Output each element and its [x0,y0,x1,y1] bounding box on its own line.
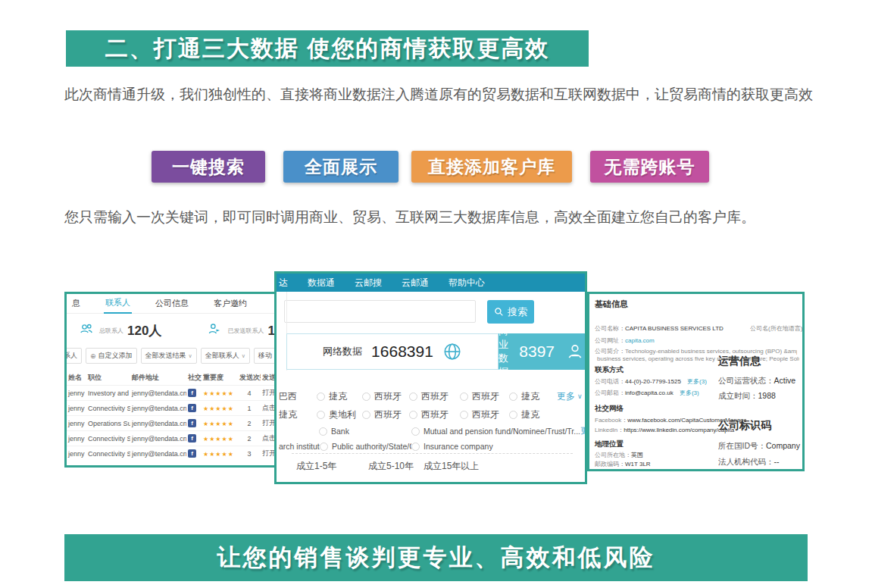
country-id-field: 所在国ID号：Company nu [718,441,802,452]
years-option[interactable]: 成立5-10年 [368,460,423,473]
country-option[interactable]: 捷克 [509,390,557,403]
radio-circle[interactable] [411,427,420,436]
basic-info-heading: 基础信息 [595,299,628,310]
table-row[interactable]: jennyInvestory and ME... jenny@tendata.c… [67,386,280,401]
web-data-counter: 网络数据 1668391 [286,333,499,370]
table-row[interactable]: jennyOperations Super... jenny@tendata.c… [67,416,280,431]
company-type-filter-row-2: arch institute Public authority/State/Go… [279,439,583,454]
country-option[interactable]: 捷克 [279,408,317,421]
tab-contacts[interactable]: 联系人 [104,297,132,314]
country-option[interactable]: 西班牙 [409,390,460,403]
contacts-panel: 息 联系人 公司信息 客户邀约 总联系人 120人 [64,292,282,468]
country-option[interactable]: 捷克 [317,390,362,403]
lei-field: 法人机构代码：-- [718,457,802,468]
country-option[interactable]: 西班牙 [362,390,409,403]
radio-circle[interactable] [411,443,420,451]
founded-years-row: 成立1-5年 成立5-10年 成立15年以上 [279,458,479,474]
radio-circle[interactable] [317,411,325,419]
more-company-types-link[interactable]: 更多∨ [580,426,587,436]
radio-circle[interactable] [317,393,325,401]
contact-filter-dropdown[interactable]: 全部联系人 ∨ [201,348,250,364]
section-title-banner: 二、打通三大数据 使您的商情获取更高效 [66,30,589,67]
business-data-counter: 商业数据 8397 [499,333,585,370]
company-type-option[interactable]: Bank [319,427,411,436]
years-option[interactable]: 成立15年以上 [423,460,479,473]
custom-add-button[interactable]: ⊕ 自定义添加 [86,348,137,364]
table-row[interactable]: jennyConnectivity Sale... jenny@tendata.… [67,431,280,446]
phone-more-link[interactable]: 更多(3) [687,378,707,385]
col-social: 社交 [186,371,202,386]
feature-badge-no-cross-account: 无需跨账号 [590,151,709,183]
operation-status-field: 公司运营状态：Active [718,376,802,386]
country-option[interactable]: 奥地利 [317,408,362,421]
feature-badge-one-key-search: 一键搜索 [152,151,265,183]
operations-heading: 运营信息 [718,355,761,368]
more-countries-link[interactable]: 更多∨ [557,390,587,403]
intro-paragraph: 此次商情通升级，我们独创性的、直接将商业数据注入腾道原有的贸易数据和互联网数据中… [64,80,818,108]
phone-field: 公司电话：44-(0)-20-7799-1525 更多(3) [595,377,707,386]
table-row[interactable]: jennyConnectivity Sale... jenny@tendata.… [67,401,280,416]
company-type-option[interactable]: Mutual and pension fund/Nominee/Trust/Tr… [411,427,580,436]
nav-item-help-center[interactable]: 帮助中心 [449,277,485,289]
radio-circle[interactable] [460,393,468,401]
country-option[interactable]: 西班牙 [460,408,509,421]
facebook-icon: f [188,449,196,458]
company-type-option[interactable]: Public authority/State/Govern... [320,442,411,451]
radio-circle[interactable] [319,427,327,436]
nav-item-cloud-mail[interactable]: 云邮通 [402,277,429,289]
radio-circle[interactable] [409,411,417,419]
table-row[interactable]: jennyConnectivity Sale... jenny@tendata.… [67,446,280,461]
country-option[interactable]: 巴西 [279,390,317,403]
search-panel: 达 数据通 云邮搜 云邮通 帮助中心 搜索 网络数据 1668391 [274,271,587,484]
country-option[interactable]: 西班牙 [409,408,460,421]
website-link[interactable]: capita.com [625,337,655,344]
radio-circle[interactable] [409,393,417,401]
promo-page: 二、打通三大数据 使您的商情获取更高效 此次商情通升级，我们独创性的、直接将商业… [0,0,872,588]
businessman-icon [565,342,585,361]
send-result-filter-dropdown[interactable]: 全部发送结果 ∨ [141,348,197,364]
years-option[interactable]: 成立1-5年 [296,460,368,473]
data-counters-row: 网络数据 1668391 商业数据 8397 [286,333,585,370]
country-option[interactable]: 西班牙 [362,408,409,421]
country-option[interactable]: 西班牙 [460,390,509,403]
radio-circle[interactable] [509,393,517,401]
company-name-field: 公司名称：CAPITA BUSINESS SERVICES LTD [595,324,749,333]
radio-circle[interactable] [460,411,468,419]
search-button[interactable]: 搜索 [487,300,534,324]
nav-item-data[interactable]: 数据通 [308,277,335,289]
tab-partial[interactable]: 息 [70,298,82,313]
sent-contact-icon [205,321,223,339]
nav-item-partial[interactable]: 达 [279,277,288,289]
radio-circle[interactable] [320,443,328,451]
country-option[interactable]: 捷克 [509,408,557,421]
contacts-tab-bar: 息 联系人 公司信息 客户邀约 [67,294,280,314]
nav-item-cloud-mail-search[interactable]: 云邮搜 [355,277,382,289]
move-button[interactable]: 移动 [254,348,277,364]
contact-heading: 联系方式 [595,365,624,375]
add-contact-button-partial[interactable]: 系人 [64,348,82,364]
company-type-option-partial[interactable]: arch institute [279,442,320,451]
tab-customer-invite[interactable]: 客户邀约 [212,298,248,313]
chevron-down-icon: ∨ [577,393,583,400]
founded-year-field: 成立时间：1988 [718,391,802,402]
company-type-option[interactable]: Insurance company [411,442,493,451]
star-rating: ★★★★★ [203,405,234,412]
radio-circle[interactable] [362,411,370,419]
search-icon [494,307,504,317]
radio-circle[interactable] [509,411,517,419]
stat-value: 120人 [127,322,161,339]
contacts-stats: 总联系人 120人 已发送联系人 100人 [67,321,280,339]
contacts-toolbar: 系人 ⊕ 自定义添加 全部发送结果 ∨ 全部联系人 ∨ 移动 删除 导出到 [67,348,280,364]
star-rating: ★★★★★ [203,390,234,397]
plus-icon: ⊕ [90,352,96,360]
facebook-icon: f [188,404,196,412]
zip-field: 邮政编码：W1T 3LR [595,460,651,468]
tab-company-info[interactable]: 公司信息 [154,298,190,313]
search-input[interactable] [284,300,476,323]
facebook-icon: f [188,419,196,427]
email-more-link[interactable]: 更多(3) [680,389,699,396]
radio-circle[interactable] [362,393,370,401]
email-field: 公司邮箱：info@capita.co.uk 更多(3) [595,389,699,397]
company-description-line-1: 公司简介：Technology-enabled business service… [595,347,797,355]
star-rating: ★★★★★ [203,451,234,458]
